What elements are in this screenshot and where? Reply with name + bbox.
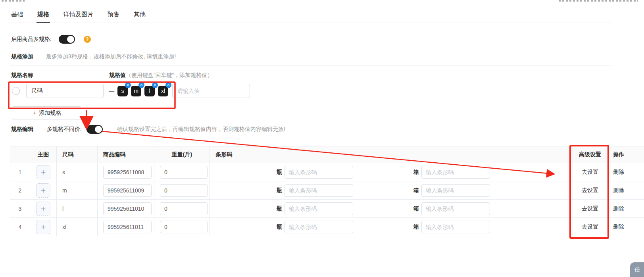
spec-tag-l: l✕: [144, 86, 155, 96]
tag-close-icon[interactable]: ✕: [165, 82, 171, 88]
size-cell: l: [57, 200, 98, 217]
actions-cell: 删除: [607, 200, 644, 217]
bottle-barcode-group: 瓶: [277, 221, 353, 233]
table-row: 3 ＋ l 瓶 箱 去设置 删除: [10, 200, 644, 218]
row-index: 2: [10, 181, 30, 199]
delete-button[interactable]: 删除: [613, 187, 624, 194]
spec-name-label: 规格名称: [11, 72, 33, 78]
go-settings-button[interactable]: 去设置: [582, 205, 598, 212]
bottle-barcode-group: 瓶: [277, 202, 353, 215]
row-index: 3: [10, 200, 30, 217]
size-cell: xl: [57, 218, 98, 236]
header-actions: 操作: [607, 146, 644, 163]
weight-input[interactable]: [160, 202, 208, 215]
sku-table: 主图 尺码 商品编码 重量(斤) 条形码 高级设置 操作 1 ＋ s 瓶 箱 去…: [10, 146, 644, 236]
product-code-input[interactable]: [103, 221, 152, 233]
code-cell: [98, 218, 154, 236]
weight-cell: [154, 218, 210, 236]
box-label: 箱: [413, 223, 419, 231]
table-row: 4 ＋ xl 瓶 箱 去设置 删除: [10, 218, 644, 236]
advanced-cell: 去设置: [573, 181, 607, 199]
code-cell: [98, 181, 154, 199]
box-barcode-input[interactable]: [421, 166, 490, 179]
spec-edit-hint: 确认规格设置完之后，再编辑规格值内容，否则规格值内容编辑无效!: [117, 126, 285, 133]
header-size: 尺码: [57, 146, 98, 163]
product-spec-page: 基础 规格 详情及图片 预售 其他 启用商品多规格: ? 规格添加 最多添加3种…: [0, 0, 644, 277]
weight-input[interactable]: [160, 221, 208, 233]
advanced-cell: 去设置: [573, 218, 607, 236]
weight-input[interactable]: [160, 166, 208, 179]
bottle-barcode-input[interactable]: [285, 202, 353, 215]
tab-basic[interactable]: 基础: [11, 11, 23, 23]
box-barcode-input[interactable]: [421, 221, 490, 233]
weight-input[interactable]: [160, 184, 208, 197]
bottle-label: 瓶: [277, 223, 282, 231]
toggle-knob: [95, 126, 102, 133]
bottle-label: 瓶: [277, 187, 282, 194]
tag-close-icon[interactable]: ✕: [138, 82, 144, 88]
tab-spec[interactable]: 规格: [37, 11, 49, 23]
delete-button[interactable]: 删除: [613, 223, 624, 231]
bottle-label: 瓶: [277, 205, 282, 212]
spec-add-title: 规格添加: [11, 53, 33, 60]
clipped-header-text-left: [2, 0, 25, 2]
remove-spec-button[interactable]: −: [12, 87, 20, 95]
code-cell: [98, 200, 154, 217]
box-barcode-input[interactable]: [421, 184, 490, 197]
go-settings-button[interactable]: 去设置: [582, 223, 598, 231]
diff-price-toggle[interactable]: [87, 125, 103, 134]
upload-image-button[interactable]: ＋: [36, 202, 50, 216]
spec-tag-text: l: [149, 88, 150, 94]
upload-image-button[interactable]: ＋: [36, 220, 50, 234]
add-spec-button[interactable]: ＋ 添加规格: [12, 106, 81, 119]
bottle-barcode-input[interactable]: [285, 221, 353, 233]
main-image-cell: ＋: [30, 200, 57, 217]
header-advanced: 高级设置: [573, 146, 607, 163]
spec-value-label-bold: 规格值: [109, 72, 126, 78]
tab-detail-images[interactable]: 详情及图片: [63, 11, 93, 23]
barcode-cell: 瓶 箱: [210, 163, 573, 181]
box-barcode-input[interactable]: [421, 202, 490, 215]
spec-value-input[interactable]: [172, 84, 250, 98]
spec-name-input[interactable]: [26, 84, 104, 98]
tab-bar: 基础 规格 详情及图片 预售 其他: [11, 11, 146, 23]
delete-button[interactable]: 删除: [613, 205, 624, 212]
spec-labels-row: 规格名称 规格值（使用键盘“回车键”，添加规格值）: [11, 72, 33, 79]
table-row: 2 ＋ m 瓶 箱 去设置 删除: [10, 181, 644, 200]
code-cell: [98, 163, 154, 181]
header-main-image: 主图: [30, 146, 57, 163]
upload-image-button[interactable]: ＋: [36, 183, 50, 198]
bottle-barcode-input[interactable]: [285, 184, 353, 197]
main-image-cell: ＋: [30, 218, 57, 236]
spec-tag-s: s✕: [117, 86, 128, 96]
product-code-input[interactable]: [103, 166, 152, 179]
product-code-input[interactable]: [103, 184, 152, 197]
bottle-barcode-input[interactable]: [285, 166, 353, 179]
tag-close-icon[interactable]: ✕: [125, 82, 131, 88]
box-label: 箱: [413, 187, 419, 194]
plus-icon: ＋: [39, 221, 47, 232]
plus-icon: ＋: [39, 203, 47, 214]
upload-image-button[interactable]: ＋: [36, 165, 50, 179]
help-question-icon[interactable]: ?: [84, 36, 91, 43]
bottle-barcode-group: 瓶: [277, 166, 353, 179]
tag-close-icon[interactable]: ✕: [152, 82, 158, 88]
enable-multispec-toggle[interactable]: [59, 35, 75, 44]
tab-presale[interactable]: 预售: [108, 11, 119, 23]
box-barcode-group: 箱: [413, 221, 490, 233]
box-barcode-group: 箱: [413, 166, 490, 179]
floating-task-badge[interactable]: 任: [630, 262, 644, 277]
section-divider: [10, 65, 611, 65]
go-settings-button[interactable]: 去设置: [582, 187, 598, 194]
tab-other[interactable]: 其他: [134, 11, 146, 23]
advanced-cell: 去设置: [573, 200, 607, 217]
enable-multispec-label: 启用商品多规格:: [11, 36, 52, 43]
go-settings-button[interactable]: 去设置: [582, 169, 598, 176]
delete-button[interactable]: 删除: [613, 169, 624, 176]
product-code-input[interactable]: [103, 202, 152, 215]
spec-add-hint: 最多添加3种规格，规格添加后不能修改, 请慎重添加!: [46, 53, 176, 60]
actions-cell: 删除: [607, 163, 644, 181]
tab-divider: [10, 23, 611, 23]
barcode-cell: 瓶 箱: [210, 200, 573, 217]
plus-icon: ＋: [39, 167, 47, 177]
